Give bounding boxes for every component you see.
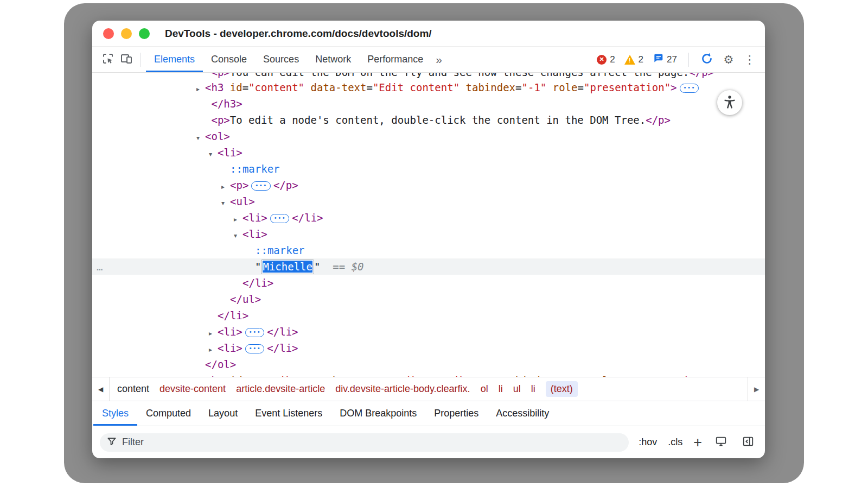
issues-icon — [653, 53, 663, 66]
dom-tree-line[interactable]: ▾<li> — [92, 226, 765, 242]
tab-dom-breakpoints[interactable]: DOM Breakpoints — [331, 401, 425, 426]
collapsed-content-button[interactable]: ••• — [251, 181, 271, 191]
dom-tree-line[interactable]: ▸<p>•••</p> — [92, 177, 765, 193]
dom-tree-line[interactable]: … "Michelle" == $0 — [92, 258, 765, 275]
tab-properties[interactable]: Properties — [425, 401, 487, 426]
dom-tree-line[interactable]: ▸<h3 id="attributes" data-text="Edit att… — [92, 372, 765, 377]
expand-arrow[interactable]: ▾ — [196, 130, 205, 146]
dock-sidebar-icon — [742, 435, 754, 449]
tab-computed[interactable]: Computed — [137, 401, 200, 426]
dom-tree-line[interactable]: </li> — [92, 307, 765, 324]
text-node-value: Michelle — [263, 261, 312, 273]
dom-tree-line[interactable]: </ol> — [92, 356, 765, 372]
tab-elements[interactable]: Elements — [146, 47, 203, 72]
breadcrumb-item[interactable]: devsite-content — [159, 383, 226, 395]
expand-arrow[interactable]: ▸ — [209, 325, 218, 342]
dom-tree-line[interactable]: <p>To edit a node's content, double-clic… — [92, 112, 765, 128]
dom-tree-line[interactable]: ▾<ul> — [92, 193, 765, 210]
expand-arrow[interactable]: ▸ — [209, 342, 218, 358]
gear-icon: ⚙ — [724, 53, 734, 66]
dom-tree-rows: <p>You can edit the DOM on the fly and s… — [92, 73, 765, 377]
arrow-spacer — [196, 73, 205, 79]
tab-accessibility[interactable]: Accessibility — [487, 401, 558, 426]
collapsed-content-button[interactable]: ••• — [680, 84, 699, 93]
tab-event-listeners[interactable]: Event Listeners — [246, 401, 331, 426]
tab-console[interactable]: Console — [203, 47, 255, 72]
expand-arrow[interactable]: ▾ — [221, 195, 230, 211]
dom-tree-line[interactable]: ▾<li> — [92, 144, 765, 161]
settings-button[interactable]: ⚙ — [720, 51, 737, 68]
warning-badge[interactable]: ! 2 — [622, 54, 646, 65]
dom-tree-line[interactable]: </ul> — [92, 291, 765, 307]
zoom-button[interactable] — [139, 28, 150, 39]
dom-tree-line[interactable]: </li> — [92, 275, 765, 291]
dom-tree-line[interactable]: ▸<h3 id="content" data-text="Edit conten… — [92, 79, 765, 96]
expand-arrow[interactable]: ▾ — [209, 146, 218, 162]
issues-count: 27 — [667, 54, 677, 65]
issues-badge[interactable]: 27 — [650, 53, 680, 66]
styles-filter-bar: :hov .cls + — [92, 426, 765, 458]
expand-arrow[interactable]: ▸ — [221, 179, 230, 195]
overflow-menu-button[interactable]: ⋮ — [741, 51, 758, 68]
sync-icon — [700, 52, 713, 67]
dom-tree-line[interactable]: ▸<li>•••</li> — [92, 210, 765, 226]
titlebar: DevTools - developer.chrome.com/docs/dev… — [92, 21, 765, 47]
sync-button[interactable] — [698, 50, 716, 69]
traffic-lights — [103, 28, 150, 39]
rendering-emulations-button[interactable] — [712, 433, 730, 452]
filter-input-wrap — [100, 433, 629, 452]
breadcrumb-item[interactable]: li — [499, 383, 503, 395]
expand-arrow[interactable]: ▾ — [234, 227, 242, 244]
class-toggle-button[interactable]: .cls — [667, 437, 684, 448]
breadcrumb-item[interactable]: (text) — [546, 381, 578, 397]
error-count: 2 — [610, 54, 615, 65]
tab-sources[interactable]: Sources — [255, 47, 307, 72]
breadcrumb-item[interactable]: div.devsite-article-body.clearfix. — [335, 383, 470, 395]
inspect-element-button[interactable] — [99, 50, 117, 69]
collapsed-content-button[interactable]: ••• — [270, 214, 290, 223]
new-style-rule-button[interactable]: + — [692, 437, 703, 448]
dom-tree-line[interactable]: ::marker — [92, 242, 765, 258]
breadcrumb-item[interactable]: content — [117, 383, 149, 395]
arrow-spacer — [209, 309, 218, 325]
tab-layout[interactable]: Layout — [200, 401, 246, 426]
filter-input[interactable] — [122, 437, 622, 448]
breadcrumb-forward-button[interactable]: ▶ — [748, 377, 765, 401]
inspect-cursor-icon — [101, 52, 114, 67]
arrow-spacer — [196, 113, 205, 130]
expand-arrow[interactable]: ▸ — [196, 81, 205, 97]
inline-edit-box[interactable]: Michelle — [261, 260, 314, 274]
tab-performance[interactable]: Performance — [359, 47, 431, 72]
dom-tree-line[interactable]: </h3> — [92, 96, 765, 112]
dom-tree-line[interactable]: ▸<li>•••</li> — [92, 324, 765, 340]
breadcrumb-item[interactable]: ul — [513, 383, 521, 395]
breadcrumb-item[interactable]: article.devsite-article — [236, 383, 325, 395]
breadcrumb-back-button[interactable]: ◀ — [92, 377, 110, 401]
accessibility-fab[interactable] — [717, 90, 742, 115]
error-badge[interactable]: ✕ 2 — [594, 54, 617, 65]
expand-arrow[interactable]: ▸ — [234, 211, 242, 227]
dom-tree-line[interactable]: ▸<li>•••</li> — [92, 340, 765, 356]
more-tabs-icon: » — [436, 53, 442, 66]
dock-sidebar-button[interactable] — [739, 433, 757, 452]
tab-styles[interactable]: Styles — [93, 401, 137, 426]
dom-tree: <p>You can edit the DOM on the fly and s… — [92, 73, 765, 377]
hover-state-button[interactable]: :hov — [637, 437, 658, 448]
tab-network[interactable]: Network — [307, 47, 359, 72]
warning-icon: ! — [624, 55, 635, 65]
toolbar-divider — [141, 53, 141, 67]
collapsed-content-button[interactable]: ••• — [245, 328, 265, 337]
minimize-button[interactable] — [121, 28, 132, 39]
close-button[interactable] — [103, 28, 114, 39]
more-tabs-button[interactable]: » — [431, 53, 446, 66]
collapsed-content-button[interactable]: ••• — [245, 344, 265, 353]
device-toolbar-button[interactable] — [117, 50, 136, 69]
expand-arrow[interactable]: ▸ — [196, 374, 205, 377]
breadcrumb-item[interactable]: ol — [481, 383, 488, 395]
dom-tree-line[interactable]: ::marker — [92, 161, 765, 177]
arrow-spacer — [246, 244, 255, 260]
dom-tree-line[interactable]: ▾<ol> — [92, 128, 765, 144]
device-toolbar-icon — [120, 52, 133, 67]
dom-tree-line[interactable]: <p>You can edit the DOM on the fly and s… — [92, 73, 765, 79]
breadcrumb-item[interactable]: li — [531, 383, 535, 395]
